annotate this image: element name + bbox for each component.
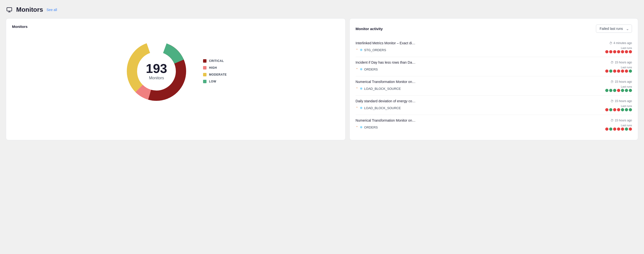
clock-icon: ⏱	[610, 119, 614, 122]
source-name: ORDERS	[364, 68, 378, 71]
donut-label: Monitors	[146, 76, 167, 80]
run-dot	[629, 89, 632, 92]
run-dot	[609, 108, 612, 111]
snowflake-icon: ❄	[360, 87, 363, 91]
run-dot	[613, 70, 616, 73]
run-dot	[629, 108, 632, 111]
legend-label-low: LOW	[209, 80, 216, 83]
runs-label: Last runs	[621, 105, 632, 108]
snowflake-icon: ❄	[360, 48, 363, 52]
run-dot	[609, 89, 612, 92]
run-dot	[605, 108, 608, 111]
run-dot	[605, 127, 608, 131]
donut-number: 193	[146, 62, 167, 75]
monitor-row-top: Numerical Transformation Monitor on… ⏱ 1…	[356, 119, 632, 122]
run-dot	[621, 108, 624, 111]
runs-dots	[605, 70, 632, 73]
run-dot	[613, 50, 616, 53]
monitor-source: ⌃ ❄ ORDERS	[356, 67, 378, 71]
monitor-source: ⌃ ❄ LOAD_BLOCK_SOURCE	[356, 106, 401, 110]
monitor-time: ⏱ 4 minutes ago	[609, 41, 632, 45]
monitor-name: Numerical Transformation Monitor on…	[356, 80, 416, 84]
runs-dots	[605, 127, 632, 131]
runs-column: Last runs	[605, 124, 632, 131]
runs-dots	[605, 50, 632, 53]
run-dot	[625, 89, 628, 92]
activity-dropdown[interactable]: Failed last runs All monitors Recent act…	[596, 24, 632, 33]
runs-dots	[605, 108, 632, 111]
runs-label: Last runs	[621, 124, 632, 127]
run-dot	[617, 70, 620, 73]
run-dot	[609, 70, 612, 73]
monitor-source: ⌃ ❄ LOAD_BLOCK_SOURCE	[356, 87, 401, 91]
monitor-item[interactable]: Daily standard deviation of energy co… ⏱…	[356, 96, 632, 115]
monitor-list: Interlinked Metrics Monitor – Exact di… …	[356, 38, 632, 134]
run-dot	[625, 108, 628, 111]
monitors-card-title: Monitors	[12, 24, 340, 29]
source-name: ORDERS	[364, 126, 378, 129]
monitor-row-top: Incident if Day has less rows than Da… ⏱…	[356, 60, 632, 64]
runs-label: Last runs	[621, 85, 632, 88]
run-dot	[613, 89, 616, 92]
run-dot	[605, 89, 608, 92]
runs-column: Last runs	[605, 46, 632, 53]
monitor-row-top: Interlinked Metrics Monitor – Exact di… …	[356, 41, 632, 45]
run-dot	[629, 127, 632, 131]
runs-column: Last runs	[605, 85, 632, 92]
run-dot	[621, 89, 624, 92]
donut-chart: 193 Monitors	[124, 39, 188, 103]
monitor-row-bottom: ⌃ ❄ LOAD_BLOCK_SOURCE Last runs	[356, 105, 632, 111]
monitor-name: Interlinked Metrics Monitor – Exact di…	[356, 41, 416, 45]
run-dot	[629, 70, 632, 73]
monitor-row-bottom: ⌃ ❄ ORDERS Last runs	[356, 124, 632, 131]
snowflake-icon: ❄	[360, 106, 363, 110]
monitor-source: ⌃ ❄ ORDERS	[356, 125, 378, 129]
dropdown-wrapper[interactable]: Failed last runs All monitors Recent act…	[596, 24, 632, 33]
clock-icon: ⏱	[610, 80, 614, 84]
monitor-item[interactable]: Numerical Transformation Monitor on… ⏱ 1…	[356, 115, 632, 134]
run-dot	[617, 89, 620, 92]
run-dot	[629, 50, 632, 53]
run-dot	[609, 50, 612, 53]
run-dot	[617, 108, 620, 111]
monitor-item[interactable]: Interlinked Metrics Monitor – Exact di… …	[356, 38, 632, 57]
see-all-link[interactable]: See all	[46, 8, 57, 12]
chevron-up-icon: ⌃	[356, 87, 358, 91]
runs-dots	[605, 89, 632, 92]
monitor-source: ⌃ ❄ STG_ORDERS	[356, 48, 386, 52]
run-dot	[625, 127, 628, 131]
donut-center: 193 Monitors	[146, 62, 167, 80]
runs-label: Last runs	[621, 66, 632, 69]
monitor-item[interactable]: Numerical Transformation Monitor on… ⏱ 1…	[356, 76, 632, 96]
legend-label-moderate: MODERATE	[209, 73, 227, 76]
monitor-item[interactable]: Incident if Day has less rows than Da… ⏱…	[356, 57, 632, 76]
monitor-row-bottom: ⌃ ❄ LOAD_BLOCK_SOURCE Last runs	[356, 85, 632, 92]
snowflake-icon: ❄	[360, 125, 363, 129]
snowflake-icon: ❄	[360, 67, 363, 71]
clock-icon: ⏱	[610, 99, 614, 103]
run-dot	[609, 127, 612, 131]
activity-card: Monitor activity Failed last runs All mo…	[350, 18, 638, 140]
monitor-time: ⏱ 15 hours ago	[610, 119, 632, 122]
run-dot	[621, 70, 624, 73]
legend-item-critical: CRITICAL	[203, 59, 227, 63]
chevron-up-icon: ⌃	[356, 68, 358, 71]
source-name: LOAD_BLOCK_SOURCE	[364, 87, 401, 91]
legend-label-critical: CRITICAL	[209, 59, 224, 63]
chart-area: 193 Monitors CRITICAL HIGH MODERATE	[12, 34, 340, 113]
legend: CRITICAL HIGH MODERATE LOW	[203, 59, 227, 83]
monitors-card: Monitors 193 Monitors	[6, 18, 346, 140]
runs-label: Last runs	[621, 46, 632, 49]
legend-dot-moderate	[203, 73, 206, 76]
run-dot	[621, 127, 624, 131]
run-dot	[605, 70, 608, 73]
run-dot	[613, 108, 616, 111]
chevron-up-icon: ⌃	[356, 126, 358, 129]
monitor-row-top: Numerical Transformation Monitor on… ⏱ 1…	[356, 80, 632, 84]
run-dot	[613, 127, 616, 131]
source-name: STG_ORDERS	[364, 48, 386, 52]
runs-column: Last runs	[605, 66, 632, 73]
monitor-row-bottom: ⌃ ❄ STG_ORDERS Last runs	[356, 46, 632, 53]
monitor-time: ⏱ 15 hours ago	[610, 80, 632, 84]
monitor-name: Incident if Day has less rows than Da…	[356, 60, 416, 64]
